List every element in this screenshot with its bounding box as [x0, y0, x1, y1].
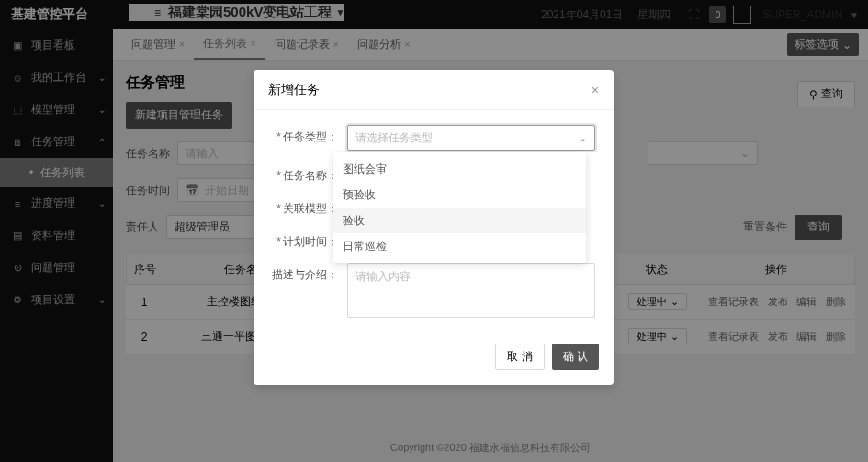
label-name: 任务名称： [283, 169, 338, 182]
confirm-button[interactable]: 确 认 [552, 344, 599, 370]
task-type-select[interactable]: 请选择任务类型 ⌄ [347, 125, 595, 151]
dropdown-item[interactable]: 图纸会审 [333, 156, 586, 182]
label-model: 关联模型： [283, 202, 338, 215]
placeholder: 请选择任务类型 [355, 130, 433, 146]
desc-textarea[interactable]: 请输入内容 [347, 263, 595, 318]
task-type-dropdown: 图纸会审 预验收 验收 日常巡检 [333, 152, 586, 263]
dropdown-item[interactable]: 预验收 [333, 182, 586, 208]
cancel-button[interactable]: 取 消 [495, 344, 544, 370]
modal-title: 新增任务 [268, 82, 320, 98]
close-icon[interactable]: × [592, 83, 599, 97]
label-desc: 描述与介绍： [272, 268, 338, 281]
label-type: 任务类型： [283, 130, 338, 143]
label-plan-time: 计划时间： [283, 235, 338, 248]
dropdown-item[interactable]: 日常巡检 [333, 233, 586, 259]
chevron-down-icon: ⌄ [578, 131, 587, 144]
dropdown-item[interactable]: 验收 [333, 208, 586, 233]
